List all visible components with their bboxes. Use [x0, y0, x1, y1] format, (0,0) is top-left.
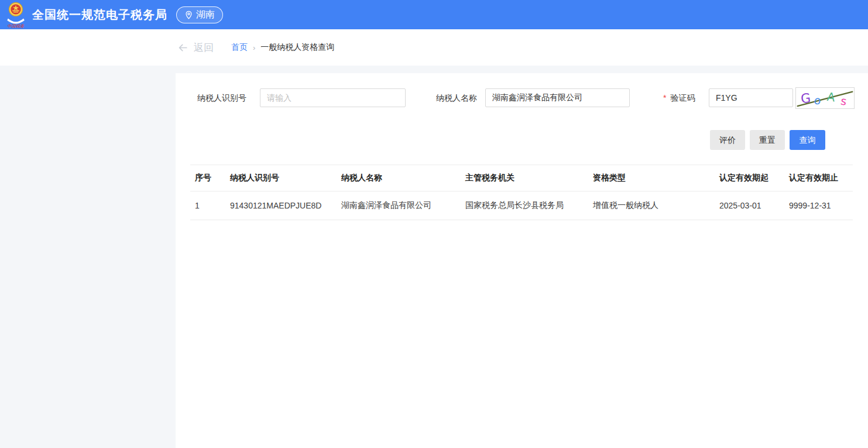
- col-header-valid-from: 认定有效期起: [715, 165, 784, 191]
- taxpayer-id-input[interactable]: [260, 88, 406, 107]
- breadcrumb-bar: 返回 首页 › 一般纳税人资格查询: [0, 29, 868, 66]
- breadcrumb-separator: ›: [253, 43, 255, 52]
- captcha-char-3: A: [826, 90, 836, 105]
- required-asterisk: *: [663, 93, 666, 102]
- captcha-char-1: G: [800, 91, 811, 107]
- back-label: 返回: [194, 41, 214, 54]
- col-header-taxpayer-id: 纳税人识别号: [225, 165, 337, 191]
- page-title: 全国统一规范电子税务局: [32, 7, 167, 23]
- location-label: 湖南: [196, 9, 215, 21]
- cell-valid-from: 2025-03-01: [715, 191, 784, 220]
- cell-seq: 1: [190, 191, 225, 220]
- captcha-glyphs: G o A s: [796, 88, 854, 108]
- breadcrumb-home[interactable]: 首页: [231, 42, 248, 53]
- table-row: 1 91430121MAEDPJUE8D 湖南鑫润泽食品有限公司 国家税务总局长…: [190, 191, 853, 220]
- app-header: 中国税务 全国统一规范电子税务局 湖南: [0, 0, 868, 29]
- cell-qualification: 增值税一般纳税人: [588, 191, 715, 220]
- col-header-qualification: 资格类型: [588, 165, 715, 191]
- evaluate-button[interactable]: 评价: [710, 130, 745, 150]
- table-header-row: 序号 纳税人识别号 纳税人名称 主管税务机关 资格类型 认定有效期起 认定有效期…: [190, 165, 853, 191]
- taxpayer-id-label: 纳税人识别号: [197, 88, 246, 107]
- taxpayer-name-input[interactable]: [485, 88, 630, 107]
- main-content-panel: 纳税人识别号 纳税人名称 *验证码 G o A s 评价 重置 查询: [176, 73, 868, 448]
- captcha-char-2: o: [813, 93, 823, 107]
- query-button[interactable]: 查询: [790, 130, 825, 150]
- cell-taxpayer-id: 91430121MAEDPJUE8D: [225, 191, 337, 220]
- location-selector[interactable]: 湖南: [176, 6, 223, 23]
- breadcrumb: 首页 › 一般纳税人资格查询: [231, 42, 334, 53]
- breadcrumb-current: 一般纳税人资格查询: [260, 42, 334, 53]
- cell-taxpayer-name: 湖南鑫润泽食品有限公司: [337, 191, 461, 220]
- tax-bureau-logo-icon: 中国税务: [4, 1, 28, 28]
- captcha-char-4: s: [840, 94, 848, 108]
- col-header-tax-authority: 主管税务机关: [461, 165, 588, 191]
- col-header-seq: 序号: [190, 165, 225, 191]
- back-button[interactable]: 返回: [177, 41, 214, 54]
- captcha-label-text: 验证码: [670, 93, 695, 102]
- captcha-image[interactable]: G o A s: [795, 87, 855, 109]
- page-background: 纳税人识别号 纳税人名称 *验证码 G o A s 评价 重置 查询: [0, 66, 868, 448]
- location-pin-icon: [184, 11, 193, 19]
- back-arrow-icon: [177, 42, 188, 53]
- col-header-valid-to: 认定有效期止: [784, 165, 853, 191]
- cell-tax-authority: 国家税务总局长沙县税务局: [461, 191, 588, 220]
- col-header-taxpayer-name: 纳税人名称: [337, 165, 461, 191]
- cell-valid-to: 9999-12-31: [784, 191, 853, 220]
- captcha-label: *验证码: [663, 88, 695, 107]
- captcha-input[interactable]: [709, 88, 793, 107]
- reset-button[interactable]: 重置: [750, 130, 785, 150]
- logo-caption: 中国税务: [7, 23, 25, 28]
- taxpayer-name-label: 纳税人名称: [436, 88, 477, 107]
- result-table: 序号 纳税人识别号 纳税人名称 主管税务机关 资格类型 认定有效期起 认定有效期…: [190, 165, 853, 220]
